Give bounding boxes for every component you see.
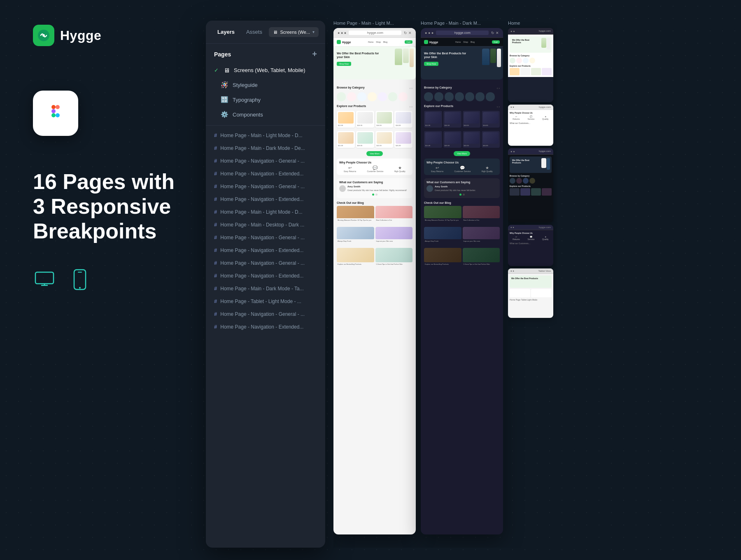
svg-point-6 — [56, 113, 60, 117]
hash-icon: # — [214, 234, 217, 240]
layer-item[interactable]: #Home Page - Navigation - General - ... — [206, 231, 325, 244]
device-icons — [33, 268, 189, 291]
hash-icon: # — [214, 209, 217, 215]
screen-col-2: Home Page - Main - Dark M... ● ● ● hygge… — [421, 21, 503, 548]
tab-assets[interactable]: Assets — [241, 26, 267, 37]
layer-item[interactable]: #Home Page - Navigation - Extended... — [206, 193, 325, 205]
hash-icon: # — [214, 298, 217, 304]
layer-item[interactable]: #Home Page - Navigation - General - ... — [206, 154, 325, 167]
testimonial-light: What our Customers are Saying Amy Smith … — [337, 178, 412, 198]
mobile-icon — [72, 268, 87, 291]
why-dark: Why People Choose Us ↩ Easy Returns 💬 Cu… — [424, 159, 500, 175]
screen-preview-dark: ● ● ● hygge.com ↻ ✕ Hygge Home Shop Blog… — [421, 28, 503, 534]
panel-tabs: Layers Assets 🖥 Screens (We... ▾ — [206, 21, 325, 44]
layer-item[interactable]: #Home Page - Navigation - Extended... — [206, 269, 325, 282]
screen-label-2: Home Page - Main - Dark M... — [421, 21, 503, 28]
layer-item[interactable]: #Home Page - Navigation - General - ... — [206, 257, 325, 269]
hash-icon: # — [214, 145, 217, 151]
view-more-btn[interactable]: View More — [366, 151, 383, 156]
products-grid-dark: $12.99 $24.99 $18.99 $34.99 — [424, 111, 500, 128]
testimonial-dark: What our Customers are Saying Amy Smith … — [424, 178, 500, 198]
blog-card: Morning Skincare Routine: 10 Top Tips fo… — [337, 206, 374, 224]
hash-icon: # — [214, 247, 217, 253]
branding-section: Hygge 16 Pages with 3 Responsive Breakpo… — [33, 25, 189, 291]
partial-screen-3: ● ●hygge.com We Offer the Best Products … — [508, 148, 553, 222]
layer-item[interactable]: #Home Page - Navigation - General - ... — [206, 308, 325, 320]
page-item-components[interactable]: ⚙️ Components — [206, 107, 325, 122]
layer-item[interactable]: #Home Page - Main - Dark Mode - De... — [206, 142, 325, 154]
product-card-dark: $18.99 — [463, 111, 481, 128]
hash-icon: # — [214, 132, 217, 138]
product-card: $22.99 — [375, 131, 394, 148]
screen-content-dark: Browse by Category ‹› Explore our Produc… — [421, 83, 503, 272]
partial-screen: ● ●hygge.com We Offer the Best Products … — [508, 28, 553, 102]
hero-light: We Offer the Best Products for your Skin… — [333, 47, 416, 79]
product-card: $12.99 — [337, 111, 355, 128]
page-item-screens[interactable]: ✓ 🖥 Screens (Web, Tablet, Mobile) — [206, 63, 325, 77]
hash-icon: # — [214, 170, 217, 177]
svg-rect-5 — [51, 113, 56, 117]
hash-icon: # — [214, 183, 217, 189]
screen-content-light: Browse by Category ‹› Explore our Produc… — [333, 83, 416, 272]
products-grid-light: $12.99 $24.99 $18.99 $34.99 — [337, 111, 412, 128]
figma-icon-box — [33, 91, 78, 136]
hash-icon: # — [214, 285, 217, 292]
product-card: $24.99 — [356, 111, 374, 128]
layer-item[interactable]: #Home Page - Tablet - Light Mode - ... — [206, 295, 325, 308]
tab-layers[interactable]: Layers — [212, 26, 240, 37]
partial-screen-2: ● ●hygge.com Why People Choose Us ↩Retur… — [508, 105, 553, 146]
layer-item[interactable]: #Home Page - Main - Light Mode - D... — [206, 129, 325, 142]
hash-icon: # — [214, 196, 217, 202]
products-grid-2-light: $15.99 $29.99 $22.99 $45.99 — [337, 131, 412, 148]
layers-panel: Layers Assets 🖥 Screens (We... ▾ Pages +… — [206, 21, 325, 548]
blog-grid: Morning Skincare Routine: 10 Top Tips fo… — [337, 206, 412, 224]
blog-grid-2: Always Stay Fresh Improve your Skin now — [337, 227, 412, 245]
screens-container: Home Page - Main - Light M... ● ● ● hygg… — [333, 21, 557, 548]
brand-name: Hygge — [60, 28, 101, 43]
nav-bar-light: Hygge Home Shop Blog Cart — [333, 38, 416, 47]
hash-icon: # — [214, 273, 217, 279]
layer-item[interactable]: #Home Page - Main - Dark Mode - Ta... — [206, 282, 325, 295]
logo-icon — [33, 25, 54, 46]
product-card: $18.99 — [375, 111, 394, 128]
hash-icon: # — [214, 158, 217, 164]
hero-dark: We Offer the Best Products for your Skin… — [421, 47, 503, 79]
blog-card: 5 Great Tips to Get that Perfect Skin — [375, 248, 413, 266]
blog-card: Explore our Bestselling Products — [337, 248, 374, 266]
logo-row: Hygge — [33, 25, 189, 46]
hash-icon: # — [214, 311, 217, 317]
svg-rect-7 — [35, 272, 54, 284]
page-item-typography[interactable]: 🔡 Typography — [206, 92, 325, 107]
layer-item[interactable]: #Home Page - Navigation - Extended... — [206, 244, 325, 257]
browser-bar-light: ● ● ● hygge.com ↻ ✕ — [333, 28, 416, 38]
screen-tab[interactable]: 🖥 Screens (We... ▾ — [269, 27, 319, 37]
svg-rect-10 — [74, 270, 86, 289]
layer-item[interactable]: #Home Page - Navigation - General - ... — [206, 180, 325, 193]
product-card-dark: $24.99 — [443, 111, 461, 128]
partial-screens: ● ●hygge.com We Offer the Best Products … — [508, 28, 557, 318]
why-section: Why People Choose Us ↩ Easy Returns 💬 Cu… — [337, 159, 412, 175]
layer-item[interactable]: #Home Page - Navigation - Extended... — [206, 320, 325, 333]
svg-point-11 — [79, 287, 81, 289]
screen-preview-light: ● ● ● hygge.com ↻ ✕ Hygge Home Shop Blog… — [333, 28, 416, 534]
screen-col-1: Home Page - Main - Light M... ● ● ● hygg… — [333, 21, 416, 548]
view-more-dark[interactable]: View More — [454, 151, 470, 156]
svg-rect-2 — [51, 105, 56, 109]
hash-icon: # — [214, 222, 217, 228]
hero-btn-dark: Shop Now — [424, 62, 438, 66]
layer-item[interactable]: #Home Page - Navigation - Extended... — [206, 167, 325, 180]
svg-rect-4 — [51, 109, 56, 113]
screen-label-1: Home Page - Main - Light M... — [333, 21, 416, 28]
page-item-styleguide[interactable]: 🪅 Styleguide — [206, 77, 325, 92]
pages-header: Pages + — [206, 44, 325, 63]
partial-screen-4: ● ●hygge.com Why People Choose Us ↩Retur… — [508, 225, 553, 266]
product-card-dark: $34.99 — [482, 111, 500, 128]
product-card: $34.99 — [394, 111, 412, 128]
product-card: $29.99 — [356, 131, 374, 148]
add-page-button[interactable]: + — [312, 49, 317, 59]
layer-item[interactable]: #Home Page - Main - Light Mode - D... — [206, 205, 325, 218]
layer-item[interactable]: #Home Page - Main - Desktop - Dark ... — [206, 218, 325, 231]
screen-col-3: Home ● ●hygge.com We Offer the Best Prod… — [508, 21, 557, 548]
screen-label-3: Home — [508, 21, 557, 28]
product-card: $15.99 — [337, 131, 355, 148]
